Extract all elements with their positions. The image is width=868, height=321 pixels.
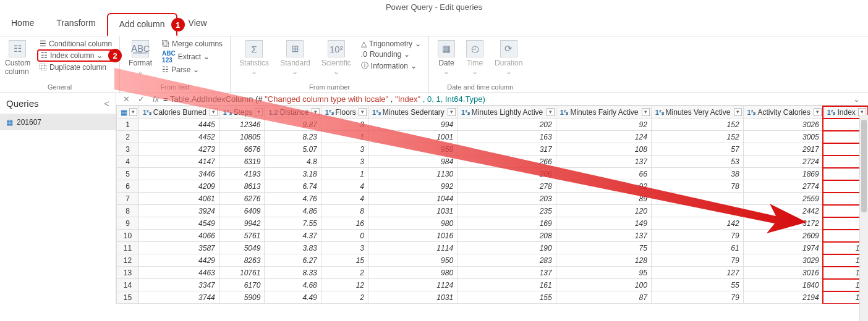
cell[interactable]: 92 <box>556 180 651 193</box>
cell[interactable]: 75 <box>556 242 651 254</box>
cell[interactable]: 89 <box>556 193 651 205</box>
row-number[interactable]: 10 <box>117 230 139 242</box>
formula-cancel-button[interactable]: ✕ <box>119 94 134 104</box>
cell[interactable]: 66 <box>556 168 651 180</box>
row-number[interactable]: 9 <box>117 217 139 230</box>
table-row[interactable]: 8392464094.86810312351205424427 <box>117 205 868 217</box>
row-number[interactable]: 4 <box>117 156 139 168</box>
cell[interactable]: 4209 <box>139 180 219 193</box>
row-number[interactable]: 12 <box>117 254 139 267</box>
cell[interactable]: 5049 <box>219 242 265 254</box>
cell[interactable]: 57 <box>651 143 743 156</box>
column-header[interactable]: 1²₃Minutes Fairly Active▾ <box>556 106 651 119</box>
cell[interactable]: 79 <box>651 291 743 304</box>
cell[interactable]: 7.55 <box>265 217 321 230</box>
cell[interactable]: 6319 <box>219 156 265 168</box>
cell[interactable]: 8 <box>321 205 368 217</box>
table-row[interactable]: 4414763194.839842661375327243 <box>117 156 868 168</box>
table-row[interactable]: 7406162764.76410442038925596 <box>117 193 868 205</box>
cell[interactable]: 6676 <box>219 143 265 156</box>
column-header[interactable]: 1²₃Minutes Sedentary▾ <box>368 106 457 119</box>
index-column-button[interactable]: ☷ Index column ⌄ 2 <box>37 49 114 62</box>
cell[interactable]: 3172 <box>743 217 823 230</box>
cell[interactable]: 5909 <box>219 291 265 304</box>
column-header[interactable]: 1²₃Activity Calories▾ <box>743 106 823 119</box>
formula-commit-button[interactable]: ✓ <box>134 94 148 104</box>
cell[interactable]: 8613 <box>219 180 265 193</box>
table-row[interactable]: 14334761704.6812112416110055184013 <box>117 279 868 291</box>
tab-add-column[interactable]: Add column 1 <box>107 13 177 36</box>
cell[interactable]: 6409 <box>219 205 265 217</box>
cell[interactable]: 4 <box>321 180 368 193</box>
cell[interactable]: 980 <box>368 217 457 230</box>
cell[interactable]: 12 <box>321 279 368 291</box>
table-row[interactable]: 9454999427.551698016914914231728 <box>117 217 868 230</box>
row-number[interactable]: 13 <box>117 267 139 279</box>
cell[interactable]: 1 <box>321 131 368 143</box>
cell[interactable]: 78 <box>651 180 743 193</box>
formula-input[interactable]: = Table.AddIndexColumn (# "Changed colum… <box>163 94 485 104</box>
cell[interactable]: 54 <box>651 205 743 217</box>
cell[interactable]: 3.18 <box>265 168 321 180</box>
cell[interactable]: 152 <box>651 131 743 143</box>
column-header[interactable]: 1²₃Floors▾ <box>321 106 368 119</box>
filter-dropdown-icon[interactable]: ▾ <box>734 108 742 116</box>
cell[interactable]: 1869 <box>743 168 823 180</box>
cell[interactable]: 3 <box>321 119 368 131</box>
row-number[interactable]: 5 <box>117 168 139 180</box>
cell[interactable]: 10761 <box>219 267 265 279</box>
cell[interactable]: 10805 <box>219 131 265 143</box>
scrollbar-thumb[interactable] <box>861 120 867 212</box>
cell[interactable]: 4463 <box>139 267 219 279</box>
column-header[interactable]: 1.2Distance▾ <box>265 106 321 119</box>
column-header[interactable]: 1²₃Minutes Very Active▾ <box>651 106 743 119</box>
cell[interactable]: 4147 <box>139 156 219 168</box>
cell[interactable]: 317 <box>457 143 556 156</box>
cell[interactable]: 155 <box>457 291 556 304</box>
date-button[interactable]: ▦Date⌄ <box>434 39 459 77</box>
cell[interactable]: 235 <box>457 205 556 217</box>
tab-home[interactable]: Home <box>0 13 45 36</box>
cell[interactable]: 3 <box>321 156 368 168</box>
column-header[interactable]: 1²₃Minutes Lightly Active▾ <box>457 106 556 119</box>
filter-dropdown-icon[interactable]: ▾ <box>642 108 650 116</box>
vertical-scrollbar[interactable] <box>859 115 868 321</box>
cell[interactable]: 4 <box>321 193 368 205</box>
trigonometry-button[interactable]: △Trigonometry⌄ <box>359 39 423 49</box>
rounding-button[interactable]: .0Rounding⌄ <box>359 49 423 59</box>
cell[interactable]: 142 <box>651 217 743 230</box>
cell[interactable]: 984 <box>368 156 457 168</box>
filter-dropdown-icon[interactable]: ▾ <box>547 108 555 116</box>
cell[interactable]: 6170 <box>219 279 265 291</box>
table-row[interactable]: 3427366765.0739583171085729172 <box>117 143 868 156</box>
cell[interactable]: 9.87 <box>265 119 321 131</box>
row-number[interactable]: 15 <box>117 291 139 304</box>
information-button[interactable]: ⓘInformation⌄ <box>359 60 423 72</box>
row-number[interactable]: 7 <box>117 193 139 205</box>
cell[interactable]: 958 <box>368 143 457 156</box>
cell[interactable]: 2442 <box>743 205 823 217</box>
cell[interactable]: 2917 <box>743 143 823 156</box>
duplicate-column-button[interactable]: ⿻ Duplicate column <box>37 62 114 72</box>
cell[interactable]: 127 <box>651 267 743 279</box>
filter-dropdown-icon[interactable]: ▾ <box>255 108 263 116</box>
cell[interactable]: 5761 <box>219 230 265 242</box>
cell[interactable]: 120 <box>556 205 651 217</box>
cell[interactable]: 2774 <box>743 180 823 193</box>
table-row[interactable]: 24452108058.231100116312415230051 <box>117 131 868 143</box>
cell[interactable]: 3005 <box>743 131 823 143</box>
row-number[interactable]: 6 <box>117 180 139 193</box>
row-number[interactable]: 3 <box>117 143 139 156</box>
cell[interactable]: 4061 <box>139 193 219 205</box>
cell[interactable]: 266 <box>457 156 556 168</box>
cell[interactable]: 3026 <box>743 119 823 131</box>
table-row[interactable]: 6420986136.744992278927827745 <box>117 180 868 193</box>
cell[interactable]: 92 <box>556 119 651 131</box>
table-row[interactable]: 134463107618.33298013795127301612 <box>117 267 868 279</box>
cell[interactable]: 1840 <box>743 279 823 291</box>
cell[interactable]: 3.83 <box>265 242 321 254</box>
cell[interactable]: 203 <box>457 193 556 205</box>
cell[interactable]: 12346 <box>219 119 265 131</box>
cell[interactable]: 190 <box>457 242 556 254</box>
cell[interactable]: 3924 <box>139 205 219 217</box>
